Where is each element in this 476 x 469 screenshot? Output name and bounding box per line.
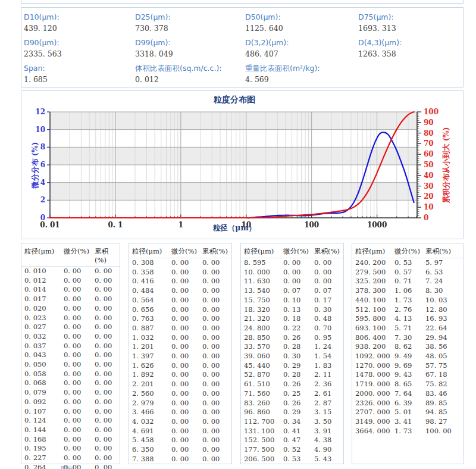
cell-diff: 0. 26: [283, 399, 314, 408]
summary-label: D50(μm):: [245, 12, 358, 21]
cell-diff: 0. 18: [283, 314, 314, 324]
cell-size: 0. 168: [21, 435, 64, 445]
chart-title: 粒度分布图: [21, 95, 447, 105]
cell-size: 0. 416: [129, 277, 171, 286]
cell-diff: 7. 30: [394, 333, 425, 343]
cell-cum: 89. 85: [425, 399, 463, 408]
table-row: 2326. 0006. 3989. 85: [352, 399, 463, 408]
cell-diff: 0. 00: [171, 342, 202, 352]
y-left-axis-title: 微分分布 (%): [30, 118, 40, 213]
table-row: 240. 2000. 535. 97: [352, 258, 463, 268]
table-group-3: 粒径(μm)微分(%)累积(%)8. 5950. 000. 0010. 0000…: [240, 243, 344, 464]
cell-diff: 0. 00: [64, 351, 95, 360]
cell-cum: 22. 64: [425, 324, 463, 333]
summary-label: D(3,2)(μm):: [245, 38, 358, 47]
table-row: 112. 7000. 343. 50: [241, 417, 343, 427]
cell-cum: 0. 00: [314, 258, 343, 268]
cell-diff: 0. 00: [171, 408, 202, 417]
y-right-tick-label: 20: [424, 192, 434, 201]
cell-size: 24. 800: [241, 324, 283, 333]
cell-cum: 0. 00: [95, 454, 120, 463]
cell-diff: 0. 53: [394, 258, 425, 268]
summary-value: 439. 120: [24, 24, 135, 33]
cell-size: 378. 300: [352, 286, 394, 296]
cell-diff: 0. 00: [64, 388, 95, 398]
cell-cum: 2. 87: [314, 399, 343, 408]
chart-panel: 粒度分布图 微分分布 (%) 累积分布从小到大 (%) 粒径（μm） 02468…: [21, 90, 464, 239]
cell-cum: 0. 00: [202, 389, 231, 399]
cell-size: 0. 124: [21, 416, 64, 426]
cell-size: 0. 012: [21, 276, 64, 286]
y-left-tick-label: 12: [35, 108, 45, 116]
cell-cum: 0. 00: [202, 427, 231, 436]
cell-size: 0. 010: [21, 267, 64, 276]
table-row: 15. 7500. 100. 17: [241, 296, 343, 305]
cell-cum: 0. 00: [202, 370, 231, 380]
cell-diff: 0. 00: [171, 305, 202, 315]
cell-size: 5. 458: [129, 436, 171, 445]
summary-item-d99: D99(μm): 3318. 049: [135, 38, 245, 64]
cell-diff: 2. 76: [394, 305, 425, 315]
cell-cum: 0. 00: [95, 285, 120, 295]
cell-cum: 0. 00: [95, 323, 120, 332]
table-row: 0. 2270. 000. 00: [21, 454, 120, 463]
cell-cum: 67. 18: [425, 370, 463, 380]
table-row: 1270. 0009. 6957. 75: [352, 361, 463, 371]
cell-cum: 1. 24: [314, 342, 343, 352]
table-row: 6. 3500. 000. 00: [129, 445, 231, 455]
table-row: 4. 6910. 000. 00: [129, 427, 231, 436]
cell-cum: 0. 00: [95, 360, 120, 370]
cell-diff: 0. 00: [171, 427, 202, 436]
cell-size: 1270. 000: [352, 361, 394, 371]
table-header-row: 粒径(μm)微分(%)累积(%): [352, 243, 463, 258]
table-row: 18. 3200. 130. 30: [241, 305, 343, 315]
cell-diff: 0. 07: [283, 286, 314, 296]
cell-cum: 0. 00: [202, 305, 231, 315]
cell-size: 10. 000: [241, 268, 283, 277]
cell-cum: 29. 94: [425, 333, 463, 343]
table-row: 0. 0200. 000. 00: [21, 304, 120, 314]
cell-cum: 0. 00: [202, 342, 231, 352]
y-left-tick-label: 8: [40, 143, 45, 151]
cell-diff: 0. 00: [171, 333, 202, 343]
summary-item-d90: D90(μm): 2335. 563: [24, 38, 135, 64]
cell-cum: 0. 00: [95, 276, 120, 286]
cell-size: 0. 014: [21, 285, 64, 295]
cell-cum: 0. 00: [95, 416, 120, 426]
cell-cum: 0. 00: [202, 258, 231, 268]
table-row: 8. 5950. 000. 00: [241, 258, 343, 268]
summary-item-d50: D50(μm): 1125. 640: [245, 12, 358, 38]
cell-cum: 0. 00: [202, 455, 231, 464]
y-right-tick-label: 70: [424, 139, 434, 148]
cell-size: 512. 100: [352, 305, 394, 315]
cell-size: 0. 484: [129, 286, 171, 296]
cell-diff: 0. 22: [283, 324, 314, 333]
cell-diff: 0. 00: [64, 370, 95, 379]
cell-cum: 0. 00: [95, 370, 120, 379]
cell-diff: 0. 00: [283, 277, 314, 286]
cell-size: 0. 079: [21, 388, 64, 398]
cell-cum: 5. 43: [314, 455, 343, 464]
cell-cum: 4. 90: [314, 445, 343, 455]
cell-cum: 0. 00: [95, 304, 120, 314]
summary-value: 730. 378: [135, 24, 245, 33]
cell-cum: 0. 17: [314, 296, 343, 305]
table-header-row: 粒径(μm)微分(%)累积(%): [129, 243, 231, 258]
cell-size: 0. 887: [129, 324, 171, 333]
cell-diff: 0. 30: [283, 352, 314, 361]
cell-size: 240. 200: [352, 258, 394, 268]
cell-cum: 0. 00: [95, 267, 120, 276]
cell-diff: 0. 00: [283, 268, 314, 277]
summary-value: 1693. 313: [358, 24, 463, 33]
cell-size: 177. 500: [241, 445, 283, 455]
cell-diff: 6. 39: [394, 399, 425, 408]
table-row: 0. 0790. 000. 00: [21, 388, 120, 398]
y-right-tick-label: 60: [424, 150, 434, 158]
top-clipped-panel: [21, 0, 464, 4]
table-row: 0. 1240. 000. 00: [21, 416, 120, 426]
cell-diff: 0. 00: [64, 276, 95, 286]
cell-cum: 0. 00: [95, 444, 120, 454]
cell-size: 2. 201: [129, 380, 171, 389]
cell-size: 0. 068: [21, 379, 64, 388]
summary-label: D(4,3)(μm):: [358, 38, 463, 47]
